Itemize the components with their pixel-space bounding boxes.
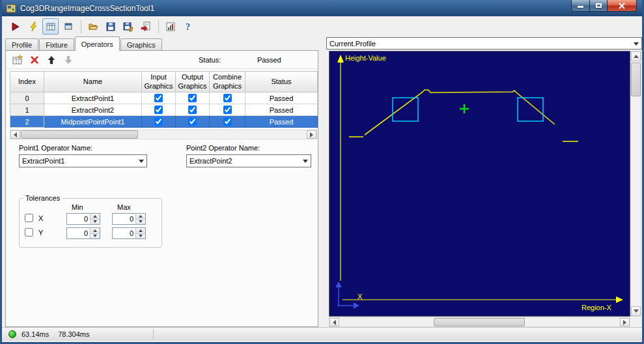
save-as-icon [123,22,133,32]
show-tool-display-button[interactable] [42,18,59,35]
run-live-button[interactable] [25,18,41,35]
table-row[interactable]: 0 ExtractPoint1 Passed [10,93,318,104]
save-tool-button[interactable] [102,18,119,35]
titlebar[interactable]: Cog3DRangeImageCrossSectionTool1 [2,0,642,16]
table-row[interactable]: 1 ExtractPoint2 Passed [10,104,318,116]
scrollbar-thumb[interactable] [21,130,138,139]
col-header-combine-graphics[interactable]: Combine Graphics [210,72,245,93]
minimize-button[interactable] [571,0,590,12]
chevron-down-icon [634,42,639,46]
delete-operator-button[interactable] [27,53,42,67]
combine-graphics-checkbox[interactable] [223,94,232,102]
spin-down-button[interactable] [91,233,100,239]
profile-display[interactable]: Height-Value Region-X X [329,51,630,317]
input-graphics-checkbox[interactable] [154,117,163,126]
tab-fixture[interactable]: Fixture [39,38,74,51]
row-index-cell[interactable]: 2 [10,116,44,128]
spin-up-button[interactable] [136,228,145,233]
x-min-spinner[interactable]: 0 [66,213,100,225]
spin-down-button[interactable] [136,219,145,225]
scroll-right-button[interactable] [620,318,630,326]
row-status-cell[interactable]: Passed [245,116,318,128]
close-icon [619,3,625,9]
col-header-status[interactable]: Status [245,72,318,93]
input-graphics-checkbox[interactable] [154,94,163,102]
spin-up-button[interactable] [136,214,145,219]
min-column-header: Min [72,203,83,211]
point2-operator-combobox[interactable]: ExtractPoint2 [186,154,311,167]
total-time: 78.304ms [58,330,89,338]
combine-graphics-checkbox[interactable] [223,106,232,114]
spin-down-button[interactable] [136,233,145,239]
import-button[interactable] [137,18,154,35]
tab-operators[interactable]: Operators [75,36,120,51]
run-button[interactable] [7,18,23,35]
performance-button[interactable] [162,18,178,35]
y-tolerance-checkbox[interactable] [25,228,33,236]
delete-x-icon [30,55,39,64]
help-button[interactable]: ? [180,18,196,35]
output-graphics-checkbox[interactable] [188,117,197,126]
scroll-up-icon [634,55,639,58]
tab-profile[interactable]: Profile [5,38,38,51]
row-name-cell[interactable]: ExtractPoint1 [44,93,142,104]
row-name-cell[interactable]: ExtractPoint2 [44,104,142,116]
move-down-button[interactable] [61,53,76,67]
spin-up-button[interactable] [91,228,100,233]
tab-graphics[interactable]: Graphics [120,38,162,51]
row-name-cell[interactable]: MidpointPointPoint1 [44,116,142,128]
x-tolerance-checkbox[interactable] [25,214,33,222]
scroll-down-button[interactable] [631,306,641,316]
window-title: Cog3DRangeImageCrossSectionTool1 [20,4,154,13]
scrollbar-thumb[interactable] [631,63,641,96]
y-axis-label: Height-Value [345,54,386,62]
col-header-output-graphics[interactable]: Output Graphics [176,72,210,93]
scroll-up-button[interactable] [631,51,641,61]
combine-graphics-checkbox[interactable] [223,117,232,126]
arrow-up-icon [47,55,56,64]
col-header-index[interactable]: Index [10,72,44,93]
save-tool-as-button[interactable] [120,18,136,35]
status-label: Status: [199,56,221,64]
row-status-cell[interactable]: Passed [245,104,318,116]
scroll-left-button[interactable] [329,318,339,326]
scrollbar-thumb[interactable] [434,318,525,326]
new-grid-icon [12,55,23,65]
spin-up-button[interactable] [91,214,100,219]
spin-down-icon [93,220,97,223]
col-header-name[interactable]: Name [44,72,142,93]
scroll-left-button[interactable] [10,130,20,139]
input-graphics-checkbox[interactable] [154,106,163,114]
display-vertical-scrollbar[interactable] [630,51,641,317]
display-horizontal-scrollbar[interactable] [329,317,630,327]
row-status-cell[interactable]: Passed [245,93,318,104]
row-index-cell[interactable]: 0 [10,93,44,104]
plot-background [329,51,630,316]
scroll-right-button[interactable] [307,130,316,139]
open-tool-button[interactable] [85,18,101,35]
output-graphics-checkbox[interactable] [188,106,197,114]
scroll-left-icon [14,132,17,137]
row-index-cell[interactable]: 1 [10,104,44,116]
move-up-button[interactable] [44,53,59,67]
execution-time: 63.14ms [21,330,49,338]
point1-operator-combobox[interactable]: ExtractPoint1 [19,154,147,167]
output-graphics-checkbox[interactable] [188,94,197,102]
y-min-spinner[interactable]: 0 [66,227,100,239]
add-operator-button[interactable] [10,53,25,67]
import-icon [141,22,151,32]
y-max-spinner[interactable]: 0 [112,227,146,239]
maximize-button[interactable] [590,0,608,12]
float-display-button[interactable] [60,18,76,35]
close-button[interactable] [608,0,637,12]
spin-down-button[interactable] [91,219,100,225]
app-icon [6,3,16,14]
col-header-input-graphics[interactable]: Input Graphics [142,72,176,93]
spin-up-icon [139,229,143,232]
point1-operator-value: ExtractPoint1 [22,157,64,165]
save-icon [105,22,116,32]
x-max-spinner[interactable]: 0 [112,213,146,225]
table-row-selected[interactable]: 2 MidpointPointPoint1 Passed [10,116,318,128]
record-selector-combobox[interactable]: Current.Profile [326,37,642,50]
grid-horizontal-scrollbar[interactable] [10,130,317,139]
